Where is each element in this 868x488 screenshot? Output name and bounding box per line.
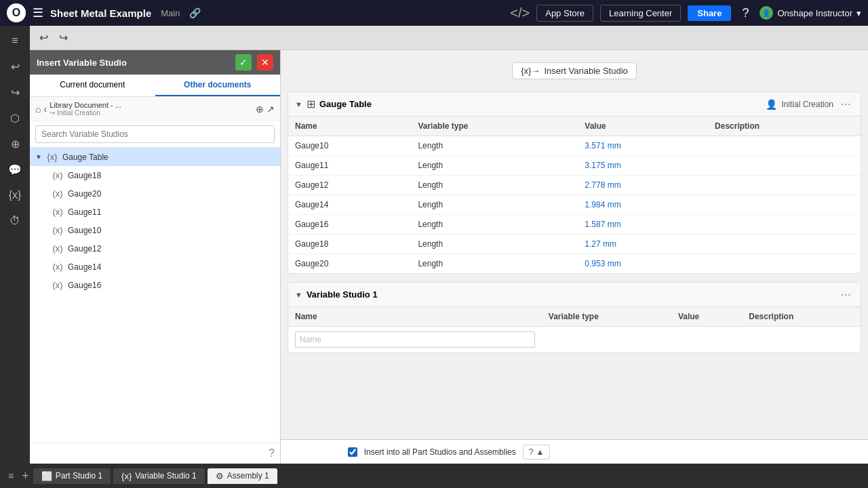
insert-help-chevron: ▲	[536, 447, 544, 457]
cell-type: Length	[411, 156, 578, 176]
tab-current-document[interactable]: Current document	[30, 75, 155, 96]
topbar: O ☰ Sheet Metal Example Main 🔗 </> App S…	[0, 0, 868, 26]
share-button[interactable]: Share	[688, 5, 731, 21]
redo-button[interactable]: ↪	[55, 28, 72, 47]
insert-vs-icon: {x}→	[521, 66, 540, 76]
tab-assembly-1[interactable]: ⚙ Assembly 1	[208, 468, 277, 484]
tree-item-gauge-table[interactable]: ▼ {x} Gauge Table	[30, 148, 280, 166]
app-store-button[interactable]: App Store	[536, 5, 593, 22]
search-input[interactable]	[35, 125, 275, 143]
vs1-name-input[interactable]	[295, 331, 535, 348]
cell-name: Gauge14	[288, 195, 411, 215]
assembly-icon: ⚙	[216, 471, 224, 481]
panel-help-icon[interactable]: ?	[269, 447, 275, 460]
gauge-table-icon: {x}	[46, 152, 58, 162]
panel-tabs: Current document Other documents	[30, 75, 280, 97]
learning-center-button[interactable]: Learning Center	[600, 5, 681, 22]
gauge16-label: Gauge16	[68, 281, 275, 290]
gauge-table-body: Gauge10 Length 3.571 mm Gauge11 Length 3…	[288, 136, 861, 274]
left-sidebar: ≡ ↩ ↪ ⬡ ⊕ 💬 {x} ⏱	[0, 26, 30, 464]
breadcrumb-link-icon[interactable]: ↗	[267, 104, 275, 115]
breadcrumb-home-icon[interactable]: ⌂	[35, 104, 41, 115]
undo-button[interactable]: ↩	[35, 28, 52, 47]
breadcrumb-title: Library Document - ...	[50, 101, 253, 109]
gauge14-icon: (x)	[52, 262, 64, 272]
sidebar-item-undo[interactable]: ↩	[3, 54, 27, 79]
part-studio-label: Part Studio 1	[56, 471, 102, 481]
bottom-list-icon[interactable]: ≡	[4, 470, 18, 481]
sidebar-item-history[interactable]: ⏱	[3, 209, 27, 233]
vs1-title: Variable Studio 1	[307, 289, 833, 300]
tab-variable-studio-1[interactable]: {x} Variable Studio 1	[113, 468, 205, 484]
panel-header: Insert Variable Studio ✓ ✕	[30, 50, 280, 75]
insert-help-icon: ?	[529, 447, 534, 457]
gauge11-icon: (x)	[52, 207, 64, 217]
cell-value: 0.953 mm	[578, 254, 708, 274]
breadcrumb-text-area: Library Document - ... ↪ Initial Creatio…	[50, 101, 253, 117]
vs1-name-input-cell[interactable]	[288, 327, 542, 353]
vs1-desc-cell	[742, 327, 861, 353]
tab-other-documents[interactable]: Other documents	[155, 75, 281, 96]
tree-item-gauge14[interactable]: (x) Gauge14	[30, 258, 280, 276]
table-row: Gauge16 Length 1.587 mm	[288, 215, 861, 235]
tree-item-gauge11[interactable]: (x) Gauge11	[30, 203, 280, 221]
gauge-table-menu-icon[interactable]: ⋯	[837, 98, 854, 110]
sidebar-item-comments[interactable]: 💬	[3, 157, 27, 182]
instructor-chevron-icon: ▾	[856, 8, 861, 18]
vs1-menu-icon[interactable]: ⋯	[837, 288, 854, 301]
version-icon[interactable]: </>	[510, 5, 530, 21]
table-row: Gauge18 Length 1.27 mm	[288, 235, 861, 254]
gauge-table-header-row: Name Variable type Value Description	[288, 117, 861, 136]
instructor-area[interactable]: 👤 Onshape Instructor ▾	[760, 6, 861, 20]
hamburger-menu-icon[interactable]: ☰	[33, 5, 43, 20]
table-row: Gauge14 Length 1.984 mm	[288, 195, 861, 215]
cell-name: Gauge11	[288, 156, 411, 176]
cell-type: Length	[411, 254, 578, 274]
breadcrumb-back-icon[interactable]: ‹	[43, 104, 47, 115]
breadcrumb-add-icon[interactable]: ⊕	[256, 104, 264, 115]
vs1-header-row: Name Variable type Value Description	[288, 307, 861, 327]
gauge14-label: Gauge14	[68, 262, 275, 272]
variable-studio-label: Variable Studio 1	[135, 471, 197, 481]
panel-breadcrumb: ⌂ ‹ Library Document - ... ↪ Initial Cre…	[30, 97, 280, 121]
gauge10-icon: (x)	[52, 225, 64, 235]
gauge-table-title-icon: ⊞	[307, 98, 315, 110]
table-row: Gauge11 Length 3.175 mm	[288, 156, 861, 176]
gauge10-label: Gauge10	[68, 226, 275, 235]
tree-item-gauge12[interactable]: (x) Gauge12	[30, 239, 280, 258]
tree-item-gauge16[interactable]: (x) Gauge16	[30, 276, 280, 294]
gauge-table-chevron-icon[interactable]: ▼	[295, 100, 302, 108]
insert-variable-studio-button[interactable]: {x}→ Insert Variable Studio	[512, 62, 637, 79]
cell-type: Length	[411, 195, 578, 215]
variable-studio-1-card: ▼ Variable Studio 1 ⋯ Name Variable type…	[288, 282, 861, 353]
vs1-value-cell	[671, 327, 742, 353]
gauge16-icon: (x)	[52, 280, 64, 290]
cell-type: Length	[411, 136, 578, 156]
bottom-add-icon[interactable]: +	[19, 469, 32, 483]
panel-footer: ?	[30, 443, 280, 464]
tab-part-studio-1[interactable]: ⬜ Part Studio 1	[33, 468, 111, 484]
sidebar-item-filter[interactable]: ≡	[3, 28, 27, 53]
tree-item-gauge10[interactable]: (x) Gauge10	[30, 221, 280, 239]
col-name: Name	[288, 117, 411, 136]
vs1-col-value: Value	[671, 307, 742, 327]
table-row: Gauge12 Length 2.778 mm	[288, 176, 861, 195]
content-area: Insert Variable Studio ✓ ✕ Current docum…	[30, 50, 868, 464]
cell-value: 3.175 mm	[578, 156, 708, 176]
help-button[interactable]: ?	[738, 6, 753, 20]
gauge-table-card-header: ▼ ⊞ Gauge Table 👤 Initial Creation ⋯	[288, 92, 861, 117]
sidebar-item-add-feature[interactable]: ⊕	[3, 131, 27, 156]
panel-confirm-button[interactable]: ✓	[235, 54, 252, 70]
tree-item-gauge20[interactable]: (x) Gauge20	[30, 184, 280, 203]
col-variable-type: Variable type	[411, 117, 578, 136]
vs1-chevron-icon[interactable]: ▼	[295, 291, 302, 299]
tree-item-gauge18[interactable]: (x) Gauge18	[30, 166, 280, 184]
insert-all-checkbox[interactable]	[348, 447, 357, 457]
panel-close-button[interactable]: ✕	[257, 54, 273, 70]
sidebar-item-parts[interactable]: ⬡	[3, 106, 27, 130]
insert-help-button[interactable]: ? ▲	[523, 445, 551, 460]
link-icon: 🔗	[189, 7, 201, 18]
sidebar-item-variable[interactable]: {x}	[3, 183, 27, 207]
gauge-table-source-icon: 👤	[766, 99, 777, 110]
sidebar-item-redo[interactable]: ↪	[3, 80, 27, 104]
